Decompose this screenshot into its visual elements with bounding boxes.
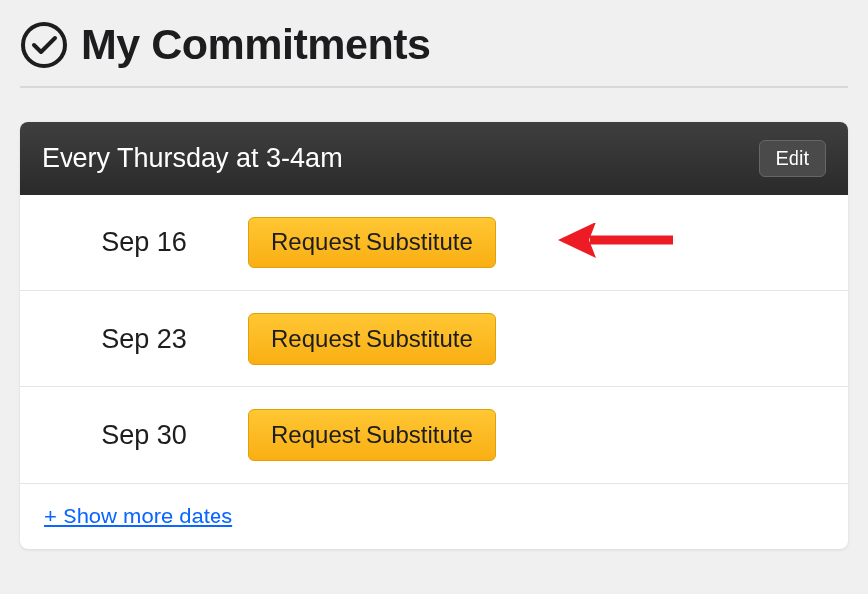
header-divider (20, 86, 848, 88)
svg-point-0 (23, 24, 65, 66)
card-header: Every Thursday at 3-4am Edit (20, 122, 848, 195)
table-row: Sep 23 Request Substitute (20, 291, 848, 387)
commitment-card: Every Thursday at 3-4am Edit Sep 16 Requ… (20, 122, 848, 549)
card-footer: + Show more dates (20, 484, 848, 549)
row-date: Sep 16 (20, 227, 248, 258)
table-row: Sep 30 Request Substitute (20, 387, 848, 484)
row-date: Sep 23 (20, 324, 248, 355)
schedule-title: Every Thursday at 3-4am (42, 143, 343, 174)
table-row: Sep 16 Request Substitute (20, 195, 848, 291)
page-title: My Commitments (81, 20, 430, 69)
page-header: My Commitments (20, 20, 848, 69)
request-substitute-button[interactable]: Request Substitute (248, 409, 496, 461)
edit-button[interactable]: Edit (759, 140, 826, 177)
show-more-dates-link[interactable]: + Show more dates (44, 504, 232, 529)
arrow-annotation-icon (556, 217, 675, 268)
check-circle-icon (20, 21, 68, 69)
row-date: Sep 30 (20, 420, 248, 451)
request-substitute-button[interactable]: Request Substitute (248, 217, 496, 268)
request-substitute-button[interactable]: Request Substitute (248, 313, 496, 365)
